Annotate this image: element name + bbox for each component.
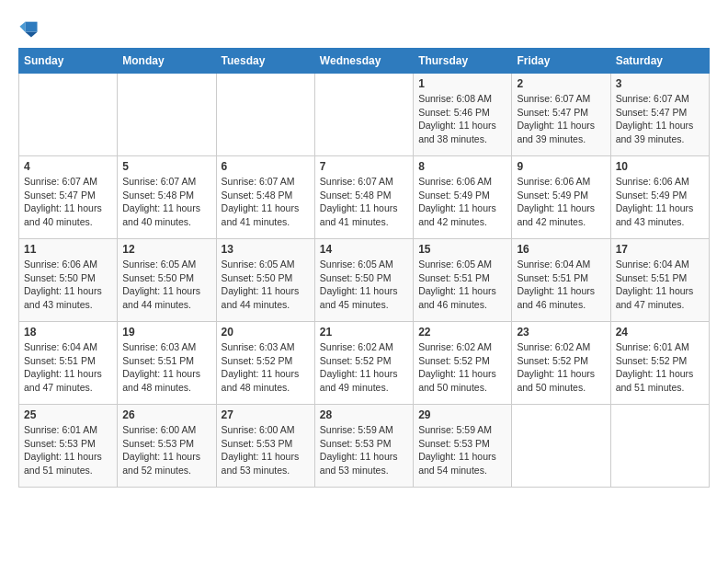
day-number: 4 (24, 160, 112, 173)
day-number: 15 (418, 243, 506, 256)
day-number: 29 (418, 408, 506, 421)
page-header (18, 18, 710, 39)
day-info: Sunrise: 6:07 AMSunset: 5:48 PMDaylight:… (122, 175, 210, 229)
day-info: Sunrise: 6:07 AMSunset: 5:47 PMDaylight:… (24, 175, 112, 229)
day-number: 19 (122, 326, 210, 339)
day-info: Sunrise: 5:59 AMSunset: 5:53 PMDaylight:… (320, 423, 408, 477)
calendar-cell: 19Sunrise: 6:03 AMSunset: 5:51 PMDayligh… (118, 322, 216, 405)
day-number: 1 (418, 77, 506, 90)
day-number: 7 (320, 160, 408, 173)
calendar-cell: 16Sunrise: 6:04 AMSunset: 5:51 PMDayligh… (512, 239, 610, 322)
header-thursday: Thursday (414, 49, 512, 74)
calendar-cell: 26Sunrise: 6:00 AMSunset: 5:53 PMDayligh… (118, 405, 216, 488)
day-number: 11 (24, 243, 112, 256)
calendar-cell: 1Sunrise: 6:08 AMSunset: 5:46 PMDaylight… (414, 74, 512, 156)
header-monday: Monday (118, 49, 216, 74)
calendar-cell: 20Sunrise: 6:03 AMSunset: 5:52 PMDayligh… (216, 322, 314, 405)
day-number: 24 (616, 326, 704, 339)
day-number: 26 (122, 408, 210, 421)
day-info: Sunrise: 6:07 AMSunset: 5:48 PMDaylight:… (320, 175, 408, 229)
header-tuesday: Tuesday (216, 49, 314, 74)
day-info: Sunrise: 6:04 AMSunset: 5:51 PMDaylight:… (24, 340, 112, 395)
header-friday: Friday (512, 49, 610, 74)
calendar-cell (118, 74, 216, 156)
day-info: Sunrise: 6:05 AMSunset: 5:51 PMDaylight:… (418, 258, 506, 312)
day-number: 8 (418, 160, 506, 173)
calendar-cell: 4Sunrise: 6:07 AMSunset: 5:47 PMDaylight… (19, 156, 118, 239)
calendar-cell: 7Sunrise: 6:07 AMSunset: 5:48 PMDaylight… (314, 156, 413, 239)
svg-marker-2 (19, 22, 25, 32)
day-info: Sunrise: 5:59 AMSunset: 5:53 PMDaylight:… (418, 423, 506, 477)
svg-marker-1 (25, 32, 37, 38)
day-number: 16 (517, 243, 605, 256)
day-info: Sunrise: 6:05 AMSunset: 5:50 PMDaylight:… (222, 258, 310, 312)
calendar-cell: 11Sunrise: 6:06 AMSunset: 5:50 PMDayligh… (19, 239, 118, 322)
calendar-cell (216, 74, 314, 156)
day-number: 20 (222, 326, 310, 339)
header-sunday: Sunday (19, 49, 118, 74)
day-info: Sunrise: 6:03 AMSunset: 5:51 PMDaylight:… (122, 340, 210, 395)
calendar-table: SundayMondayTuesdayWednesdayThursdayFrid… (18, 48, 710, 488)
calendar-cell: 13Sunrise: 6:05 AMSunset: 5:50 PMDayligh… (216, 239, 314, 322)
calendar-cell: 24Sunrise: 6:01 AMSunset: 5:52 PMDayligh… (610, 322, 709, 405)
day-number: 28 (320, 408, 408, 421)
day-info: Sunrise: 6:06 AMSunset: 5:49 PMDaylight:… (517, 175, 605, 229)
day-info: Sunrise: 6:00 AMSunset: 5:53 PMDaylight:… (122, 423, 210, 477)
day-info: Sunrise: 6:02 AMSunset: 5:52 PMDaylight:… (320, 340, 408, 395)
calendar-cell: 3Sunrise: 6:07 AMSunset: 5:47 PMDaylight… (610, 74, 709, 156)
calendar-cell (512, 405, 610, 488)
day-info: Sunrise: 6:07 AMSunset: 5:47 PMDaylight:… (517, 92, 605, 146)
calendar-cell: 6Sunrise: 6:07 AMSunset: 5:48 PMDaylight… (216, 156, 314, 239)
day-number: 17 (616, 243, 704, 256)
calendar-cell: 15Sunrise: 6:05 AMSunset: 5:51 PMDayligh… (414, 239, 512, 322)
calendar-cell: 17Sunrise: 6:04 AMSunset: 5:51 PMDayligh… (610, 239, 709, 322)
logo-icon (18, 18, 39, 39)
day-number: 27 (222, 408, 310, 421)
calendar-week-3: 11Sunrise: 6:06 AMSunset: 5:50 PMDayligh… (19, 239, 710, 322)
day-info: Sunrise: 6:08 AMSunset: 5:46 PMDaylight:… (418, 92, 506, 146)
logo (18, 18, 42, 39)
day-number: 18 (24, 326, 112, 339)
calendar-week-5: 25Sunrise: 6:01 AMSunset: 5:53 PMDayligh… (19, 405, 710, 488)
calendar-cell: 14Sunrise: 6:05 AMSunset: 5:50 PMDayligh… (314, 239, 413, 322)
day-number: 3 (616, 77, 704, 90)
svg-marker-0 (25, 22, 37, 32)
header-saturday: Saturday (610, 49, 709, 74)
day-number: 10 (616, 160, 704, 173)
calendar-cell: 10Sunrise: 6:06 AMSunset: 5:49 PMDayligh… (610, 156, 709, 239)
calendar-week-4: 18Sunrise: 6:04 AMSunset: 5:51 PMDayligh… (19, 322, 710, 405)
calendar-cell: 18Sunrise: 6:04 AMSunset: 5:51 PMDayligh… (19, 322, 118, 405)
day-number: 12 (122, 243, 210, 256)
day-number: 5 (122, 160, 210, 173)
calendar-cell: 5Sunrise: 6:07 AMSunset: 5:48 PMDaylight… (118, 156, 216, 239)
calendar-cell: 29Sunrise: 5:59 AMSunset: 5:53 PMDayligh… (414, 405, 512, 488)
calendar-cell: 9Sunrise: 6:06 AMSunset: 5:49 PMDaylight… (512, 156, 610, 239)
day-info: Sunrise: 6:07 AMSunset: 5:47 PMDaylight:… (616, 92, 704, 146)
calendar-cell: 27Sunrise: 6:00 AMSunset: 5:53 PMDayligh… (216, 405, 314, 488)
day-info: Sunrise: 6:04 AMSunset: 5:51 PMDaylight:… (616, 258, 704, 312)
calendar-cell (610, 405, 709, 488)
day-info: Sunrise: 6:07 AMSunset: 5:48 PMDaylight:… (222, 175, 310, 229)
day-number: 14 (320, 243, 408, 256)
day-info: Sunrise: 6:06 AMSunset: 5:49 PMDaylight:… (616, 175, 704, 229)
calendar-cell: 28Sunrise: 5:59 AMSunset: 5:53 PMDayligh… (314, 405, 413, 488)
day-number: 25 (24, 408, 112, 421)
day-info: Sunrise: 6:06 AMSunset: 5:50 PMDaylight:… (24, 258, 112, 312)
calendar-cell: 2Sunrise: 6:07 AMSunset: 5:47 PMDaylight… (512, 74, 610, 156)
day-info: Sunrise: 6:03 AMSunset: 5:52 PMDaylight:… (222, 340, 310, 395)
day-number: 22 (418, 326, 506, 339)
calendar-week-1: 1Sunrise: 6:08 AMSunset: 5:46 PMDaylight… (19, 74, 710, 156)
calendar-cell: 8Sunrise: 6:06 AMSunset: 5:49 PMDaylight… (414, 156, 512, 239)
day-info: Sunrise: 6:05 AMSunset: 5:50 PMDaylight:… (122, 258, 210, 312)
day-number: 9 (517, 160, 605, 173)
calendar-cell: 12Sunrise: 6:05 AMSunset: 5:50 PMDayligh… (118, 239, 216, 322)
calendar-week-2: 4Sunrise: 6:07 AMSunset: 5:47 PMDaylight… (19, 156, 710, 239)
day-info: Sunrise: 6:04 AMSunset: 5:51 PMDaylight:… (517, 258, 605, 312)
header-wednesday: Wednesday (314, 49, 413, 74)
calendar-cell: 23Sunrise: 6:02 AMSunset: 5:52 PMDayligh… (512, 322, 610, 405)
calendar-cell (19, 74, 118, 156)
day-number: 21 (320, 326, 408, 339)
day-number: 13 (222, 243, 310, 256)
day-info: Sunrise: 6:06 AMSunset: 5:49 PMDaylight:… (418, 175, 506, 229)
day-info: Sunrise: 6:05 AMSunset: 5:50 PMDaylight:… (320, 258, 408, 312)
